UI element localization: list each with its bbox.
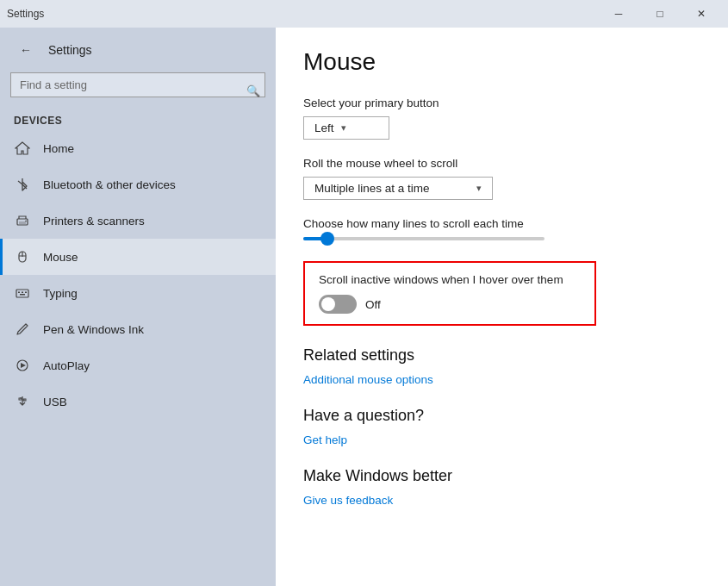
sidebar-item-mouse-label: Mouse <box>43 251 78 264</box>
sidebar-item-pen[interactable]: Pen & Windows Ink <box>0 311 276 347</box>
svg-rect-7 <box>18 292 20 294</box>
minimize-button[interactable]: ─ <box>599 0 638 28</box>
primary-button-value: Left <box>314 122 334 134</box>
scroll-inactive-label: Scroll inactive windows when I hover ove… <box>319 273 581 286</box>
scroll-wheel-label: Roll the mouse wheel to scroll <box>303 157 700 170</box>
sidebar-header: ← Settings <box>0 28 276 72</box>
search-button[interactable]: 🔍 <box>246 84 260 97</box>
sidebar-item-printers-label: Printers & scanners <box>43 215 145 228</box>
sidebar-item-bluetooth[interactable]: Bluetooth & other devices <box>0 166 276 203</box>
sidebar-item-bluetooth-label: Bluetooth & other devices <box>43 178 176 191</box>
devices-section-label: Devices <box>0 108 276 130</box>
lines-label: Choose how many lines to scroll each tim… <box>303 217 700 230</box>
scroll-inactive-toggle[interactable] <box>319 295 357 314</box>
svg-marker-12 <box>21 363 26 368</box>
printer-icon <box>14 212 31 229</box>
typing-icon <box>14 284 31 302</box>
home-icon <box>14 140 31 157</box>
usb-icon <box>14 393 31 410</box>
toggle-state-label: Off <box>365 298 381 311</box>
titlebar-controls: ─ □ ✕ <box>599 0 721 28</box>
svg-rect-10 <box>20 294 25 296</box>
scroll-wheel-chevron-icon: ▾ <box>476 183 482 194</box>
sidebar-item-printers[interactable]: Printers & scanners <box>0 203 276 239</box>
sidebar-item-home[interactable]: Home <box>0 130 276 166</box>
pen-icon <box>14 321 31 338</box>
sidebar-item-pen-label: Pen & Windows Ink <box>43 323 144 336</box>
sidebar-app-title: Settings <box>48 43 92 57</box>
close-button[interactable]: ✕ <box>681 0 721 28</box>
sidebar-item-mouse[interactable]: Mouse <box>0 239 276 275</box>
scroll-wheel-dropdown[interactable]: Multiple lines at a time ▾ <box>303 177 493 200</box>
sidebar-item-home-label: Home <box>43 142 74 155</box>
scroll-lines-slider[interactable] <box>303 237 544 240</box>
svg-rect-9 <box>25 292 27 294</box>
svg-rect-8 <box>22 292 23 294</box>
toggle-row: Off <box>319 295 581 314</box>
back-icon: ← <box>20 43 32 57</box>
scroll-wheel-value: Multiple lines at a time <box>314 182 430 195</box>
content-pane: Mouse Select your primary button Left ▾ … <box>276 28 728 586</box>
bluetooth-icon <box>14 176 31 193</box>
maximize-button[interactable]: □ <box>640 0 680 28</box>
feedback-link[interactable]: Give us feedback <box>303 494 700 507</box>
search-input[interactable] <box>10 72 265 97</box>
sidebar-item-typing-label: Typing <box>43 287 78 300</box>
sidebar-item-autoplay[interactable]: AutoPlay <box>0 347 276 383</box>
titlebar-title: Settings <box>7 8 44 20</box>
scroll-lines-container: Choose how many lines to scroll each tim… <box>303 217 700 240</box>
related-settings-heading: Related settings <box>303 346 700 365</box>
question-heading: Have a question? <box>303 407 700 425</box>
primary-button-chevron-icon: ▾ <box>341 122 346 134</box>
primary-button-label: Select your primary button <box>303 97 700 109</box>
sidebar: ← Settings 🔍 Devices Home <box>0 28 276 586</box>
svg-point-2 <box>25 221 27 222</box>
autoplay-icon <box>14 357 31 374</box>
sidebar-item-typing[interactable]: Typing <box>0 275 276 311</box>
make-better-heading: Make Windows better <box>303 467 700 485</box>
sidebar-item-autoplay-label: AutoPlay <box>43 359 90 372</box>
sidebar-item-usb[interactable]: USB <box>0 383 276 420</box>
app-body: ← Settings 🔍 Devices Home <box>0 28 728 586</box>
svg-rect-6 <box>16 290 28 297</box>
sidebar-item-usb-label: USB <box>43 396 67 408</box>
page-title: Mouse <box>303 48 700 76</box>
primary-button-dropdown[interactable]: Left ▾ <box>303 116 389 140</box>
mouse-icon <box>14 248 31 265</box>
search-icon: 🔍 <box>246 84 260 97</box>
additional-mouse-options-link[interactable]: Additional mouse options <box>303 373 700 386</box>
svg-rect-1 <box>19 221 26 224</box>
scroll-inactive-section: Scroll inactive windows when I hover ove… <box>303 261 596 326</box>
search-container: 🔍 <box>0 72 276 108</box>
titlebar-left: Settings <box>7 8 44 20</box>
slider-thumb[interactable] <box>320 232 334 246</box>
titlebar: Settings ─ □ ✕ <box>0 0 728 28</box>
get-help-link[interactable]: Get help <box>303 433 700 446</box>
back-button[interactable]: ← <box>14 38 38 62</box>
